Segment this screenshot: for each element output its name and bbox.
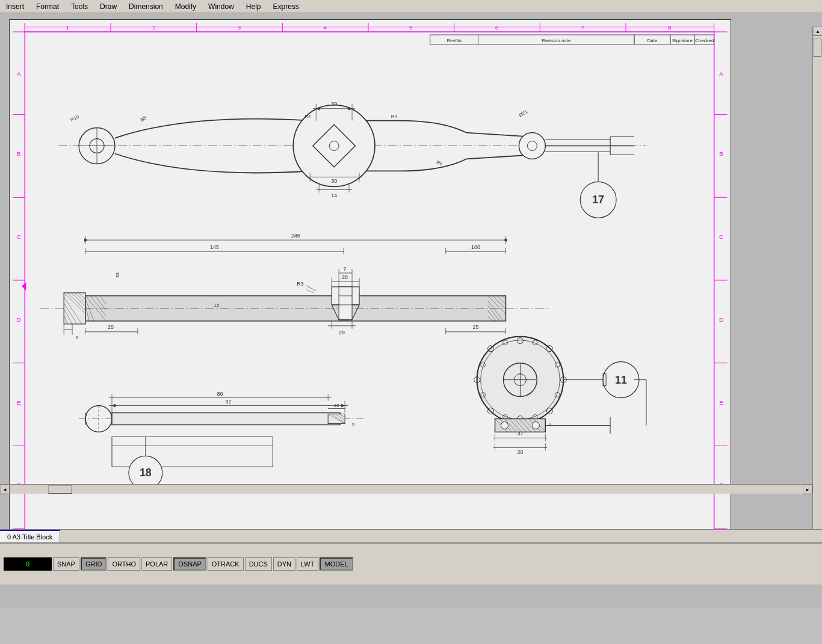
tab-label: 0 A3 Title Block bbox=[7, 533, 52, 541]
osnap-button[interactable]: OSNAP bbox=[173, 557, 206, 571]
svg-text:R10: R10 bbox=[70, 114, 81, 123]
svg-text:R4: R4 bbox=[304, 114, 311, 119]
snap-button[interactable]: SNAP bbox=[53, 557, 79, 571]
svg-text:Revision note: Revision note bbox=[542, 38, 571, 43]
svg-text:30: 30 bbox=[331, 178, 337, 184]
svg-text:2: 2 bbox=[152, 24, 156, 31]
grid-button[interactable]: GRID bbox=[81, 557, 107, 571]
svg-text:B: B bbox=[17, 150, 21, 157]
svg-text:4: 4 bbox=[548, 422, 551, 428]
menu-insert[interactable]: Insert bbox=[0, 1, 30, 12]
menu-draw[interactable]: Draw bbox=[94, 1, 123, 12]
polar-button[interactable]: POLAR bbox=[141, 557, 172, 571]
svg-point-252 bbox=[532, 422, 539, 429]
svg-text:17: 17 bbox=[592, 194, 604, 206]
svg-rect-155 bbox=[339, 287, 352, 320]
svg-text:R5: R5 bbox=[436, 160, 443, 167]
svg-marker-64 bbox=[22, 282, 26, 290]
svg-line-178 bbox=[306, 286, 316, 291]
svg-text:25: 25 bbox=[108, 324, 114, 330]
svg-text:25: 25 bbox=[473, 324, 479, 330]
ortho-button[interactable]: ORTHO bbox=[108, 557, 140, 571]
svg-text:30: 30 bbox=[331, 101, 337, 107]
dyn-button[interactable]: DYN bbox=[273, 557, 295, 571]
svg-marker-117 bbox=[84, 238, 88, 242]
svg-text:12: 12 bbox=[334, 403, 339, 408]
svg-line-179 bbox=[306, 290, 314, 293]
svg-text:33: 33 bbox=[115, 272, 120, 278]
svg-text:E: E bbox=[719, 399, 723, 406]
svg-text:B5: B5 bbox=[140, 115, 148, 123]
svg-text:Date: Date bbox=[647, 38, 657, 43]
svg-text:26: 26 bbox=[517, 449, 523, 455]
svg-text:E: E bbox=[17, 399, 21, 406]
menu-dimension[interactable]: Dimension bbox=[123, 1, 169, 12]
svg-text:92: 92 bbox=[226, 399, 232, 405]
menu-bar: Insert Format Tools Draw Dimension Modif… bbox=[0, 0, 822, 13]
svg-text:11: 11 bbox=[615, 374, 627, 386]
status-bar: 0 SNAP GRID ORTHO POLAR OSNAP OTRACK DUC… bbox=[0, 542, 822, 584]
menu-modify[interactable]: Modify bbox=[169, 1, 202, 12]
svg-text:R3: R3 bbox=[297, 281, 303, 287]
svg-text:A: A bbox=[17, 70, 21, 77]
svg-text:6: 6 bbox=[76, 335, 79, 340]
svg-rect-194 bbox=[112, 412, 340, 425]
svg-text:C: C bbox=[719, 233, 723, 240]
svg-text:29: 29 bbox=[339, 330, 345, 336]
svg-text:15: 15 bbox=[214, 302, 220, 308]
svg-point-83 bbox=[519, 133, 545, 159]
svg-point-251 bbox=[501, 422, 508, 429]
svg-text:B: B bbox=[719, 150, 723, 157]
drawing-area[interactable]: 1 2 3 4 5 6 7 8 A bbox=[0, 13, 822, 609]
menu-help[interactable]: Help bbox=[240, 1, 267, 12]
svg-marker-204 bbox=[341, 404, 345, 408]
ducs-button[interactable]: DUCS bbox=[245, 557, 272, 571]
svg-text:D: D bbox=[719, 316, 723, 323]
svg-text:D: D bbox=[17, 316, 21, 323]
svg-text:145: 145 bbox=[210, 244, 219, 250]
svg-text:7: 7 bbox=[581, 24, 584, 31]
svg-text:A: A bbox=[719, 70, 723, 77]
svg-text:C: C bbox=[17, 233, 21, 240]
svg-text:5: 5 bbox=[409, 24, 413, 31]
svg-text:28: 28 bbox=[342, 274, 348, 280]
svg-marker-203 bbox=[112, 404, 116, 408]
lwt-button[interactable]: LWT bbox=[297, 557, 318, 571]
svg-text:7: 7 bbox=[344, 266, 347, 272]
model-button[interactable]: MODEL bbox=[320, 557, 353, 571]
menu-express[interactable]: Express bbox=[267, 1, 304, 12]
svg-text:100: 100 bbox=[471, 244, 480, 250]
svg-text:Ø21: Ø21 bbox=[518, 109, 529, 118]
svg-rect-0 bbox=[25, 32, 714, 530]
svg-text:R4: R4 bbox=[391, 114, 398, 119]
svg-text:3: 3 bbox=[238, 24, 241, 31]
svg-text:5: 5 bbox=[352, 422, 355, 428]
svg-text:18: 18 bbox=[140, 467, 152, 479]
tab-bar: 0 A3 Title Block bbox=[0, 529, 822, 542]
svg-text:8: 8 bbox=[668, 24, 672, 31]
svg-text:80: 80 bbox=[217, 391, 223, 397]
paper-sheet: 1 2 3 4 5 6 7 8 A bbox=[9, 19, 731, 542]
svg-text:1: 1 bbox=[66, 24, 69, 31]
menu-window[interactable]: Window bbox=[202, 1, 240, 12]
svg-text:14: 14 bbox=[331, 192, 337, 198]
menu-format[interactable]: Format bbox=[30, 1, 65, 12]
scrollbar-vertical[interactable]: ▲ ▼ bbox=[812, 26, 822, 542]
menu-tools[interactable]: Tools bbox=[65, 1, 94, 12]
svg-text:Signature: Signature bbox=[672, 38, 693, 43]
tab-a3-title-block[interactable]: 0 A3 Title Block bbox=[0, 530, 60, 542]
otrack-button[interactable]: OTRACK bbox=[208, 557, 244, 571]
svg-text:RevNo: RevNo bbox=[447, 38, 462, 43]
coordinate-display: 0 bbox=[4, 557, 52, 571]
svg-text:37: 37 bbox=[517, 431, 523, 437]
svg-text:Checked: Checked bbox=[695, 38, 714, 43]
svg-marker-118 bbox=[503, 238, 507, 242]
svg-text:245: 245 bbox=[291, 233, 300, 239]
svg-text:4: 4 bbox=[323, 24, 327, 31]
scrollbar-horizontal[interactable]: ◄ ► bbox=[0, 484, 812, 494]
svg-text:6: 6 bbox=[495, 24, 499, 31]
